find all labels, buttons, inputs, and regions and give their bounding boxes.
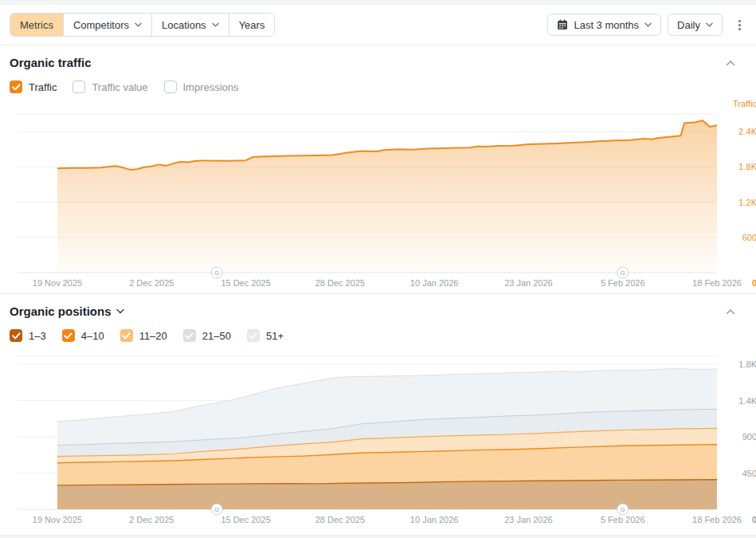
checkbox-pos-21-50[interactable]: 21–50: [183, 329, 231, 342]
traffic-checkbox-row: Traffic Traffic value Impressions: [10, 81, 746, 93]
svg-text:1.4K: 1.4K: [738, 396, 756, 406]
chevron-down-icon: [212, 22, 219, 27]
svg-text:15 Dec 2025: 15 Dec 2025: [221, 515, 270, 524]
svg-text:1.8K: 1.8K: [738, 162, 756, 171]
chevron-up-icon: [726, 60, 735, 66]
svg-text:10 Jan 2026: 10 Jan 2026: [410, 515, 459, 524]
svg-text:G: G: [214, 506, 219, 513]
svg-text:2 Dec 2025: 2 Dec 2025: [129, 515, 174, 524]
svg-text:2.4K: 2.4K: [738, 127, 756, 136]
checkbox-pos-11-20[interactable]: 11–20: [120, 329, 167, 342]
more-options-button[interactable]: [732, 16, 746, 33]
tab-metrics-label: Metrics: [20, 19, 53, 31]
svg-text:5 Feb 2026: 5 Feb 2026: [601, 515, 645, 524]
organic-traffic-section: Organic traffic Traffic Traffic value Im…: [0, 45, 756, 293]
svg-text:900: 900: [742, 432, 756, 442]
svg-text:18 Feb 2026: 18 Feb 2026: [692, 515, 742, 524]
svg-text:15 Dec 2025: 15 Dec 2025: [221, 278, 270, 288]
svg-text:2 Dec 2025: 2 Dec 2025: [129, 278, 174, 288]
checkbox-icon: [10, 81, 22, 93]
svg-text:28 Dec 2025: 28 Dec 2025: [315, 278, 365, 288]
svg-text:10 Jan 2026: 10 Jan 2026: [410, 278, 459, 288]
view-tabs: Metrics Competitors Locations Years: [10, 13, 275, 37]
svg-text:1.8K: 1.8K: [738, 359, 756, 369]
svg-text:5 Feb 2026: 5 Feb 2026: [601, 278, 645, 288]
positions-checkbox-row: 1–3 4–10 11–20 21–50 51+: [10, 329, 746, 342]
svg-text:Traffic: Traffic: [733, 99, 756, 108]
granularity-button[interactable]: Daily: [668, 14, 723, 36]
checkbox-icon: [247, 329, 260, 342]
chevron-up-icon: [726, 308, 735, 315]
svg-text:G: G: [214, 269, 219, 277]
checkbox-icon: [164, 81, 177, 93]
checkbox-impressions[interactable]: Impressions: [164, 81, 239, 93]
checkbox-pos-51[interactable]: 51+: [247, 329, 284, 342]
organic-positions-title-label: Organic positions: [10, 304, 112, 318]
organic-traffic-chart[interactable]: GG19 Nov 20252 Dec 202515 Dec 202528 Dec…: [10, 96, 746, 293]
chevron-down-icon: [116, 308, 124, 314]
checkbox-icon: [10, 329, 22, 342]
chevron-down-icon: [135, 22, 142, 27]
section-divider: [0, 535, 756, 536]
organic-positions-section: Organic positions 1–3 4–10 11: [0, 294, 756, 535]
checkbox-icon: [120, 329, 133, 342]
tab-competitors-label: Competitors: [73, 19, 129, 31]
svg-text:0: 0: [752, 515, 756, 524]
collapse-traffic-button[interactable]: [721, 55, 740, 70]
checkbox-icon: [62, 329, 75, 342]
svg-text:600: 600: [742, 233, 756, 242]
collapse-positions-button[interactable]: [721, 304, 740, 319]
svg-text:23 Jan 2026: 23 Jan 2026: [504, 278, 553, 288]
checkbox-label: 4–10: [81, 330, 104, 342]
tab-metrics[interactable]: Metrics: [10, 14, 64, 36]
date-range-button[interactable]: Last 3 months: [547, 14, 661, 36]
svg-text:0: 0: [752, 278, 756, 288]
checkbox-pos-1-3[interactable]: 1–3: [10, 329, 46, 342]
organic-positions-chart[interactable]: GG19 Nov 20252 Dec 202515 Dec 202528 Dec…: [10, 345, 746, 535]
tab-locations-label: Locations: [162, 19, 206, 31]
svg-text:1.2K: 1.2K: [738, 198, 756, 207]
checkbox-traffic[interactable]: Traffic: [10, 81, 57, 93]
calendar-icon: [557, 19, 568, 30]
checkbox-label: Impressions: [183, 81, 239, 93]
tab-competitors[interactable]: Competitors: [64, 14, 152, 36]
svg-text:23 Jan 2026: 23 Jan 2026: [504, 515, 553, 524]
svg-text:G: G: [621, 269, 625, 277]
checkbox-label: 11–20: [139, 330, 167, 342]
metrics-page: Metrics Competitors Locations Years: [0, 0, 756, 538]
tab-years[interactable]: Years: [229, 14, 275, 36]
svg-text:18 Feb 2026: 18 Feb 2026: [692, 278, 742, 288]
toolbar: Metrics Competitors Locations Years: [0, 5, 756, 45]
checkbox-label: 1–3: [29, 330, 46, 342]
date-range-label: Last 3 months: [574, 19, 639, 31]
chevron-down-icon: [706, 22, 713, 27]
svg-text:28 Dec 2025: 28 Dec 2025: [315, 515, 365, 524]
checkbox-icon: [183, 329, 196, 342]
checkbox-pos-4-10[interactable]: 4–10: [62, 329, 104, 342]
svg-text:450: 450: [742, 469, 756, 478]
checkbox-traffic-value[interactable]: Traffic value: [72, 81, 147, 93]
checkbox-label: 21–50: [202, 330, 231, 342]
tab-years-label: Years: [239, 19, 265, 31]
checkbox-label: Traffic value: [92, 81, 147, 93]
checkbox-label: Traffic: [29, 81, 57, 93]
checkbox-label: 51+: [266, 330, 284, 342]
svg-text:19 Nov 2025: 19 Nov 2025: [33, 278, 82, 288]
svg-text:19 Nov 2025: 19 Nov 2025: [33, 515, 82, 524]
svg-text:G: G: [621, 506, 625, 513]
organic-positions-title[interactable]: Organic positions: [10, 304, 124, 318]
tab-locations[interactable]: Locations: [152, 14, 229, 36]
checkbox-icon: [72, 81, 85, 93]
granularity-label: Daily: [677, 19, 700, 31]
chevron-down-icon: [644, 22, 652, 27]
organic-traffic-title: Organic traffic: [10, 56, 92, 69]
